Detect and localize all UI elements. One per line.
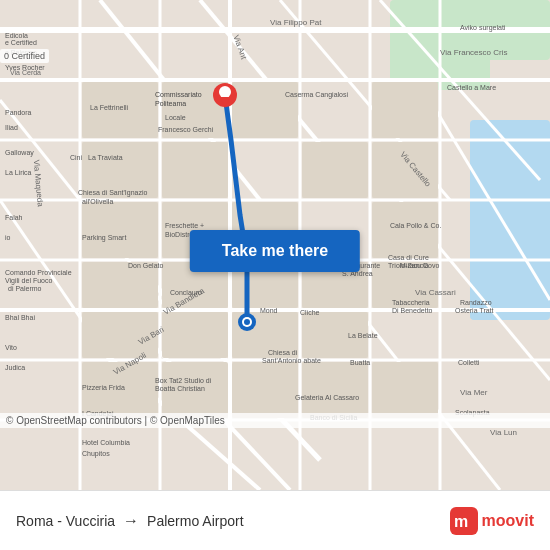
svg-text:Cala Pollo & Co.: Cala Pollo & Co. (390, 222, 441, 229)
svg-rect-51 (372, 362, 438, 418)
svg-text:Di Benedetto: Di Benedetto (392, 307, 433, 314)
svg-rect-35 (302, 142, 368, 198)
svg-text:Caserma Cangialosi: Caserma Cangialosi (285, 91, 348, 99)
svg-text:Miracu Covo: Miracu Covo (400, 262, 439, 269)
svg-text:Sant'Antonio abate: Sant'Antonio abate (262, 357, 321, 364)
route-from: Roma - Vucciria (16, 513, 115, 529)
route-info: Roma - Vucciria → Palermo Airport (16, 512, 450, 530)
svg-text:Iliad: Iliad (5, 124, 18, 131)
map-container: Via Filippo Pat Via Francesco Cris Via C… (0, 0, 550, 490)
svg-text:Parking Smart: Parking Smart (82, 234, 126, 242)
svg-point-133 (244, 319, 250, 325)
svg-text:Commissariato: Commissariato (155, 91, 202, 98)
svg-rect-55 (372, 82, 438, 138)
svg-text:Bhal Bhai: Bhal Bhai (5, 314, 35, 321)
svg-text:Chiesa di Sant'Ignazio: Chiesa di Sant'Ignazio (78, 189, 148, 197)
svg-text:Edicola: Edicola (5, 32, 28, 39)
svg-text:Pandora: Pandora (5, 109, 32, 116)
certified-badge: 0 Certified (0, 49, 49, 63)
svg-text:m: m (454, 513, 468, 530)
svg-text:Tabaccheria: Tabaccheria (392, 299, 430, 306)
svg-rect-3 (470, 120, 550, 320)
svg-rect-36 (82, 202, 158, 258)
take-me-there-button[interactable]: Take me there (190, 230, 360, 272)
svg-text:Vito: Vito (5, 344, 17, 351)
svg-text:Via Lun: Via Lun (490, 428, 517, 437)
svg-text:La Belate: La Belate (348, 332, 378, 339)
svg-text:La Traviata: La Traviata (88, 154, 123, 161)
svg-text:Via Francesco Cris: Via Francesco Cris (440, 48, 507, 57)
svg-text:Colletti: Colletti (458, 359, 480, 366)
svg-text:Yves Rocher: Yves Rocher (5, 64, 45, 71)
svg-text:Casa di Cure: Casa di Cure (388, 254, 429, 261)
svg-text:Via Filippo Pat: Via Filippo Pat (270, 18, 322, 27)
svg-text:Politeama: Politeama (155, 100, 186, 107)
svg-text:all'Olivella: all'Olivella (82, 198, 113, 205)
svg-text:Don Gelato: Don Gelato (128, 262, 164, 269)
svg-text:Cliche: Cliche (300, 309, 320, 316)
svg-text:Freschette +: Freschette + (165, 222, 204, 229)
svg-text:Via Mer: Via Mer (460, 388, 488, 397)
svg-text:La Fettrinelli: La Fettrinelli (90, 104, 129, 111)
svg-text:Vigili del Fuoco: Vigili del Fuoco (5, 277, 52, 285)
svg-text:Gelateria Al Cassaro: Gelateria Al Cassaro (295, 394, 359, 401)
svg-rect-34 (162, 142, 228, 198)
moovit-icon: m (450, 507, 478, 535)
svg-rect-53 (372, 202, 438, 258)
svg-text:Osteria Tratt: Osteria Tratt (455, 307, 494, 314)
svg-rect-49 (232, 362, 298, 418)
map-attribution: © OpenStreetMap contributors | © OpenMap… (0, 413, 550, 428)
svg-text:Pizzeria Frida: Pizzeria Frida (82, 384, 125, 391)
svg-text:La Lirica: La Lirica (5, 169, 32, 176)
svg-text:e Certified: e Certified (5, 39, 37, 46)
svg-text:Randazzo: Randazzo (460, 299, 492, 306)
svg-text:Francesco Gerchi: Francesco Gerchi (158, 126, 214, 133)
svg-rect-44 (162, 312, 228, 358)
bottom-bar: Roma - Vucciria → Palermo Airport m moov… (0, 490, 550, 550)
svg-text:Mond: Mond (260, 307, 278, 314)
svg-text:Cini: Cini (70, 154, 83, 161)
svg-point-130 (219, 86, 231, 98)
svg-text:Buatta: Buatta (350, 359, 370, 366)
svg-text:Boatta Christian: Boatta Christian (155, 385, 205, 392)
svg-text:Aviko surgelati: Aviko surgelati (460, 24, 506, 32)
svg-text:Conclauro: Conclauro (170, 289, 202, 296)
svg-text:Falah: Falah (5, 214, 23, 221)
svg-text:di Palermo: di Palermo (8, 285, 42, 292)
svg-text:Comando Provinciale: Comando Provinciale (5, 269, 72, 276)
svg-text:Chiesa di: Chiesa di (268, 349, 298, 356)
svg-text:Locale: Locale (165, 114, 186, 121)
svg-text:Judica: Judica (5, 364, 25, 371)
moovit-brand-text: moovit (482, 512, 534, 530)
route-arrow-icon: → (123, 512, 139, 530)
svg-text:io: io (5, 234, 11, 241)
svg-text:Box Tat2 Studio di: Box Tat2 Studio di (155, 377, 212, 384)
svg-text:Castello a Mare: Castello a Mare (447, 84, 496, 91)
svg-text:Chupitos: Chupitos (82, 450, 110, 458)
moovit-logo: m moovit (450, 507, 534, 535)
route-to: Palermo Airport (147, 513, 243, 529)
svg-rect-50 (302, 362, 368, 418)
svg-text:Via Cassari: Via Cassari (415, 288, 456, 297)
svg-text:Galloway: Galloway (5, 149, 34, 157)
svg-text:Hotel Columbia: Hotel Columbia (82, 439, 130, 446)
